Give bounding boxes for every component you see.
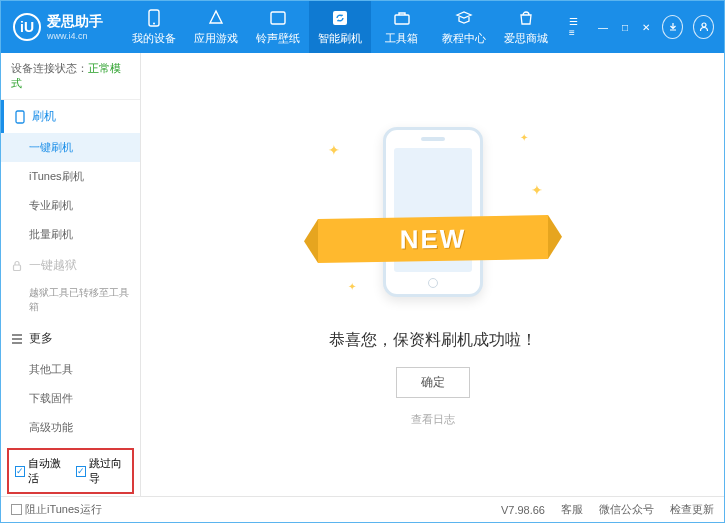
nav-toolbox[interactable]: 工具箱 [371, 1, 433, 53]
phone-graphic [383, 127, 483, 297]
sidebar: 设备连接状态：正常模式 刷机 一键刷机 iTunes刷机 专业刷机 批量刷机 一… [1, 53, 141, 496]
svg-point-1 [153, 22, 155, 24]
toolbox-icon [393, 9, 411, 27]
checkbox-label: 跳过向导 [89, 456, 127, 486]
nav-flash[interactable]: 智能刷机 [309, 1, 371, 53]
sidebar-item-downloadfw[interactable]: 下载固件 [1, 384, 140, 413]
logo-text: 爱思助手 www.i4.cn [47, 13, 103, 41]
sidebar-item-quickflash[interactable]: 一键刷机 [1, 133, 140, 162]
checkbox-skip-guide[interactable]: ✓ 跳过向导 [76, 456, 127, 486]
checkbox-checked-icon: ✓ [76, 466, 86, 477]
nav-label: 工具箱 [385, 31, 418, 46]
nav-label: 智能刷机 [318, 31, 362, 46]
status-label: 设备连接状态： [11, 62, 88, 74]
update-link[interactable]: 检查更新 [670, 502, 714, 517]
close-icon[interactable]: ✕ [640, 20, 652, 35]
nav-tutorials[interactable]: 教程中心 [433, 1, 495, 53]
nav-my-device[interactable]: 我的设备 [123, 1, 185, 53]
phone-icon [145, 9, 163, 27]
main-content: ✦ ✦ ✦ ✦ NEW 恭喜您，保资料刷机成功啦！ 确定 查看日志 [141, 53, 724, 496]
nav-apps[interactable]: 应用游戏 [185, 1, 247, 53]
logo-area: iU 爱思助手 www.i4.cn [1, 13, 123, 41]
view-log-link[interactable]: 查看日志 [411, 412, 455, 427]
nav-label: 爱思商城 [504, 31, 548, 46]
svg-rect-7 [14, 265, 21, 271]
ok-button[interactable]: 确定 [396, 367, 470, 398]
ribbon-text: NEW [399, 223, 466, 255]
sidebar-title-label: 一键越狱 [29, 257, 77, 274]
success-illustration: ✦ ✦ ✦ ✦ NEW [318, 122, 548, 302]
sidebar-item-othertools[interactable]: 其他工具 [1, 355, 140, 384]
logo-icon: iU [13, 13, 41, 41]
checkbox-unchecked-icon [11, 504, 22, 515]
app-subtitle: www.i4.cn [47, 31, 103, 41]
nav-label: 我的设备 [132, 31, 176, 46]
sidebar-more-title[interactable]: 更多 [1, 322, 140, 355]
jailbreak-note: 越狱工具已转移至工具箱 [1, 282, 140, 322]
version-label: V7.98.66 [501, 504, 545, 516]
nav-label: 教程中心 [442, 31, 486, 46]
sidebar-item-advanced[interactable]: 高级功能 [1, 413, 140, 442]
sidebar-item-batchflash[interactable]: 批量刷机 [1, 220, 140, 249]
checkbox-label: 阻止iTunes运行 [25, 502, 102, 517]
new-ribbon: NEW [318, 215, 548, 263]
menu-icon[interactable]: ☰ ≡ [567, 14, 586, 40]
svg-point-5 [702, 23, 706, 27]
list-icon [11, 334, 23, 344]
sidebar-item-proflash[interactable]: 专业刷机 [1, 191, 140, 220]
body: 设备连接状态：正常模式 刷机 一键刷机 iTunes刷机 专业刷机 批量刷机 一… [1, 53, 724, 496]
svg-rect-4 [395, 15, 409, 24]
download-icon[interactable] [662, 15, 683, 39]
nav-ringtones[interactable]: 铃声壁纸 [247, 1, 309, 53]
sidebar-jailbreak-title[interactable]: 一键越狱 [1, 249, 140, 282]
main-nav: 我的设备 应用游戏 铃声壁纸 智能刷机 工具箱 教程中心 [123, 1, 557, 53]
apps-icon [207, 9, 225, 27]
phone-small-icon [14, 110, 26, 124]
options-box: ✓ 自动激活 ✓ 跳过向导 [7, 448, 134, 494]
support-link[interactable]: 客服 [561, 502, 583, 517]
success-message: 恭喜您，保资料刷机成功啦！ [329, 330, 537, 351]
lock-icon [11, 260, 23, 272]
svg-rect-6 [16, 111, 24, 123]
maximize-icon[interactable]: □ [620, 20, 630, 35]
nav-store[interactable]: 爱思商城 [495, 1, 557, 53]
svg-rect-3 [333, 11, 347, 25]
nav-label: 应用游戏 [194, 31, 238, 46]
wallpaper-icon [269, 9, 287, 27]
status-bar: 阻止iTunes运行 V7.98.66 客服 微信公众号 检查更新 [1, 496, 724, 522]
sidebar-item-itunesflash[interactable]: iTunes刷机 [1, 162, 140, 191]
refresh-icon [331, 9, 349, 27]
checkbox-block-itunes[interactable]: 阻止iTunes运行 [11, 502, 102, 517]
tutorial-icon [455, 9, 473, 27]
app-window: iU 爱思助手 www.i4.cn 我的设备 应用游戏 铃声壁纸 智能刷机 [0, 0, 725, 523]
store-icon [517, 9, 535, 27]
minimize-icon[interactable]: — [596, 20, 610, 35]
wechat-link[interactable]: 微信公众号 [599, 502, 654, 517]
nav-label: 铃声壁纸 [256, 31, 300, 46]
sidebar-title-label: 更多 [29, 330, 53, 347]
svg-rect-2 [271, 12, 285, 24]
connection-status: 设备连接状态：正常模式 [1, 53, 140, 100]
window-controls: ☰ ≡ — □ ✕ [557, 14, 724, 40]
checkbox-checked-icon: ✓ [15, 466, 25, 477]
sidebar-flash-title[interactable]: 刷机 [1, 100, 140, 133]
user-icon[interactable] [693, 15, 714, 39]
checkbox-auto-activate[interactable]: ✓ 自动激活 [15, 456, 66, 486]
sidebar-title-label: 刷机 [32, 108, 56, 125]
checkbox-label: 自动激活 [28, 456, 66, 486]
title-bar: iU 爱思助手 www.i4.cn 我的设备 应用游戏 铃声壁纸 智能刷机 [1, 1, 724, 53]
app-title: 爱思助手 [47, 13, 103, 31]
